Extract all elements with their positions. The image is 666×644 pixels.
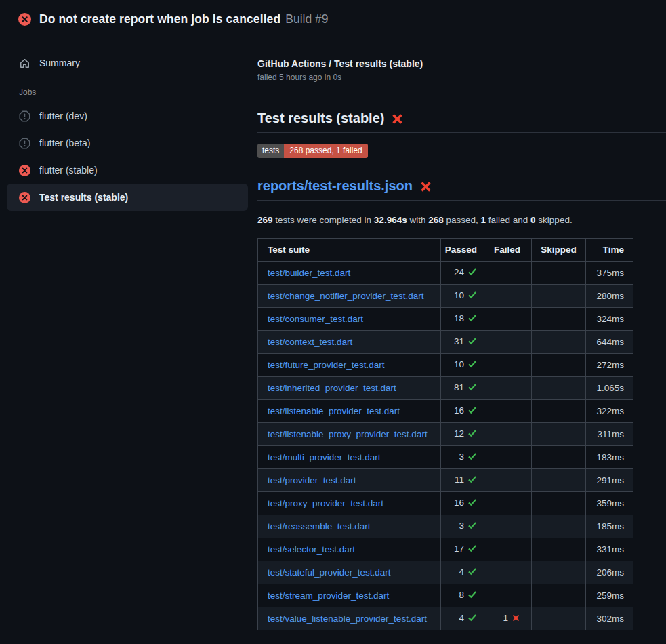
test-suite-link[interactable]: test/multi_provider_test.dart <box>268 452 381 462</box>
passed-count: 268 <box>428 215 444 225</box>
check-icon <box>467 613 477 624</box>
failed-cell <box>488 354 532 377</box>
run-meta: failed 5 hours ago in 0s <box>257 73 666 82</box>
test-suite-link[interactable]: test/listenable_provider_test.dart <box>268 406 400 416</box>
time-cell: 375ms <box>586 262 633 285</box>
check-icon <box>467 336 477 348</box>
passed-value: 10 <box>454 359 464 369</box>
sidebar-item-label: flutter (dev) <box>39 110 87 121</box>
sidebar-item-job[interactable]: flutter (dev) <box>7 102 248 129</box>
failed-cell <box>488 561 532 584</box>
passed-cell: 18 <box>441 308 488 331</box>
passed-cell: 12 <box>441 423 488 446</box>
test-suite-link[interactable]: test/value_listenable_provider_test.dart <box>268 613 427 624</box>
sidebar-item-label: Summary <box>39 58 80 68</box>
passed-value: 31 <box>454 336 464 346</box>
failed-cell <box>488 446 532 469</box>
test-suite-link[interactable]: test/builder_test.dart <box>268 268 350 278</box>
sidebar-item-job[interactable]: flutter (beta) <box>7 129 248 157</box>
report-file-link[interactable]: reports/test-results.json <box>257 178 413 194</box>
col-header-test-suite: Test suite <box>258 239 441 262</box>
table-row: test/future_provider_test.dart10272ms <box>258 354 633 377</box>
time-cell: 359ms <box>586 492 633 515</box>
skipped-cell <box>532 377 586 400</box>
test-suite-link[interactable]: test/selector_test.dart <box>268 544 355 555</box>
passed-cell: 31 <box>441 331 488 354</box>
passed-cell: 4 <box>441 561 488 584</box>
table-row: test/builder_test.dart24375ms <box>258 262 633 285</box>
test-suite-link[interactable]: test/stateful_provider_test.dart <box>268 567 391 578</box>
failed-cell <box>488 492 532 515</box>
home-icon <box>19 58 30 69</box>
table-row: test/reassemble_test.dart3185ms <box>258 515 633 538</box>
time-cell: 644ms <box>586 331 633 354</box>
col-header-time: Time <box>586 239 633 262</box>
passed-value: 16 <box>454 405 464 416</box>
passed-cell: 24 <box>441 262 488 285</box>
skipped-cell <box>532 469 586 492</box>
skipped-cell <box>532 561 586 584</box>
check-icon <box>467 428 477 440</box>
time-cell: 185ms <box>586 515 633 538</box>
failed-cell <box>488 400 532 423</box>
test-suite-link[interactable]: test/stream_provider_test.dart <box>268 590 389 601</box>
skipped-count: 0 <box>530 215 536 225</box>
section-header: Test results (stable) <box>257 110 666 133</box>
passed-value: 4 <box>459 613 464 623</box>
passed-cell: 10 <box>441 354 488 377</box>
run-title: Do not create report when job is cancell… <box>39 12 280 26</box>
time-cell: 331ms <box>586 538 633 561</box>
passed-cell: 10 <box>441 285 488 308</box>
test-suite-link[interactable]: test/consumer_test.dart <box>268 314 363 324</box>
passed-value: 12 <box>454 428 464 439</box>
test-suite-link[interactable]: test/context_test.dart <box>268 337 352 347</box>
sidebar-item-label: flutter (beta) <box>39 138 90 148</box>
test-suite-link[interactable]: test/listenable_proxy_provider_test.dart <box>268 429 428 439</box>
table-row: test/proxy_provider_test.dart16359ms <box>258 492 633 515</box>
main-panel: GitHub Actions / Test results (stable) f… <box>257 38 666 630</box>
col-header-failed: Failed <box>488 239 532 262</box>
check-icon <box>467 267 477 279</box>
job-list: flutter (dev)flutter (beta)flutter (stab… <box>7 102 248 211</box>
check-icon <box>467 290 477 302</box>
failed-cell <box>488 515 532 538</box>
sidebar-item-job[interactable]: Test results (stable) <box>7 184 248 211</box>
jobs-section-label: Jobs <box>19 87 248 97</box>
check-icon <box>467 521 477 532</box>
failed-cell <box>488 538 532 561</box>
x-circle-icon <box>19 165 30 176</box>
failed-cell: 1 <box>488 607 532 630</box>
breadcrumb: GitHub Actions / Test results (stable) <box>257 58 666 69</box>
skipped-cell <box>532 584 586 607</box>
test-suite-link[interactable]: test/provider_test.dart <box>268 475 356 485</box>
test-suite-link[interactable]: test/future_provider_test.dart <box>268 360 385 370</box>
check-icon <box>467 498 477 509</box>
failed-cell <box>488 584 532 607</box>
time-cell: 206ms <box>586 561 633 584</box>
test-suite-link[interactable]: test/change_notifier_provider_test.dart <box>268 291 423 301</box>
section-title: Test results (stable) <box>257 110 384 126</box>
sidebar-item-summary[interactable]: Summary <box>7 49 248 77</box>
skipped-cell <box>532 354 586 377</box>
summary-sentence: 269 tests were completed in 32.964s with… <box>257 215 666 225</box>
skipped-cell <box>532 262 586 285</box>
table-row: test/listenable_provider_test.dart16322m… <box>258 400 633 423</box>
test-suite-link[interactable]: test/inherited_provider_test.dart <box>268 383 396 393</box>
table-header-row: Test suite Passed Failed Skipped Time <box>258 239 633 262</box>
skipped-cell <box>532 515 586 538</box>
test-suite-link[interactable]: test/reassemble_test.dart <box>268 521 371 531</box>
time-cell: 322ms <box>586 400 633 423</box>
test-suite-link[interactable]: test/proxy_provider_test.dart <box>268 498 383 508</box>
sidebar-item-job[interactable]: flutter (stable) <box>7 157 248 184</box>
time-cell: 183ms <box>586 446 633 469</box>
failed-cell <box>488 377 532 400</box>
passed-value: 81 <box>454 382 464 393</box>
failed-cell <box>488 308 532 331</box>
report-header: reports/test-results.json <box>257 178 666 201</box>
failed-cell <box>488 423 532 446</box>
passed-cell: 81 <box>441 377 488 400</box>
check-icon <box>467 382 477 394</box>
time-cell: 1.065s <box>586 377 633 400</box>
check-icon <box>467 313 477 325</box>
failed-cell <box>488 262 532 285</box>
